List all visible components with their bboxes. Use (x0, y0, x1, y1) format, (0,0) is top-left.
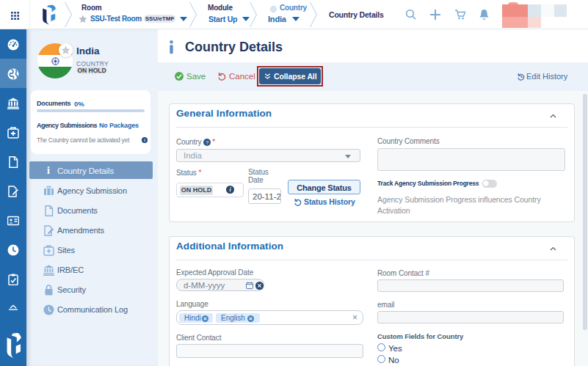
svg-text:?: ? (206, 139, 208, 146)
